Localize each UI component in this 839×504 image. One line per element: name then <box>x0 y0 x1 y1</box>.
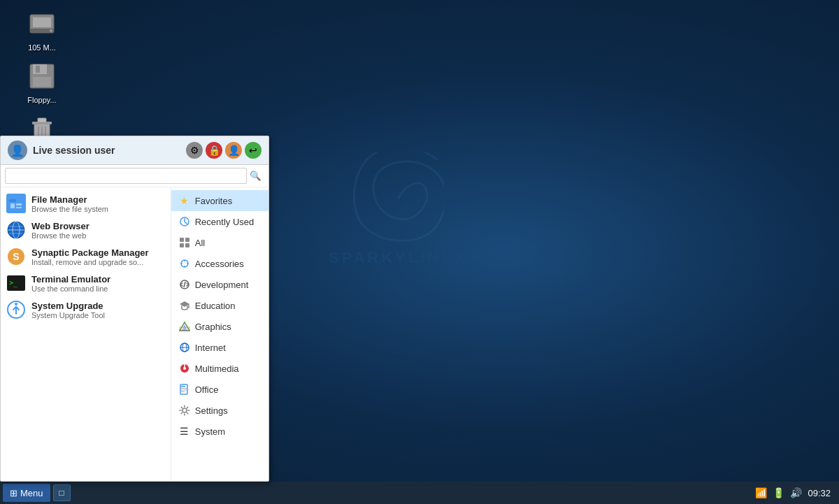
drive-label: 105 M... <box>28 43 56 52</box>
taskbar-window[interactable]: □ <box>53 484 71 501</box>
svg-rect-57 <box>181 391 185 392</box>
svg-rect-31 <box>180 238 184 242</box>
svg-rect-33 <box>180 243 184 247</box>
category-accessories[interactable]: Accessories <box>171 253 268 274</box>
upgrade-desc: System Upgrade Tool <box>31 311 105 319</box>
user-name-label: Live session user <box>33 145 180 156</box>
file-manager-desc: Browse the file system <box>31 205 108 213</box>
category-education[interactable]: Education <box>171 295 268 316</box>
app-item-upgrade[interactable]: System Upgrade System Upgrade Tool <box>1 296 171 323</box>
category-all[interactable]: All <box>171 232 268 253</box>
graphics-label: Graphics <box>195 322 231 332</box>
logout-button[interactable]: ↩ <box>245 142 261 159</box>
category-settings[interactable]: Settings <box>171 400 268 421</box>
volume-status-icon: 🔊 <box>790 487 802 498</box>
multimedia-label: Multimedia <box>195 363 239 374</box>
lock-button[interactable]: 🔒 <box>206 142 222 159</box>
svg-rect-17 <box>16 203 22 206</box>
sparky-logo-text: SPARKYLINUX <box>329 249 468 267</box>
web-browser-name: Web Browser <box>31 221 89 231</box>
svg-point-58 <box>182 408 187 412</box>
app-item-file-manager[interactable]: File Manager Browse the file system <box>1 190 171 217</box>
battery-status-icon: 🔋 <box>773 487 784 498</box>
svg-point-29 <box>15 303 17 305</box>
svg-point-36 <box>184 260 185 261</box>
header-actions: ⚙ 🔒 👤 ↩ <box>186 142 261 159</box>
accessories-label: Accessories <box>195 259 244 269</box>
web-browser-desc: Browse the web <box>31 231 89 240</box>
svg-line-41 <box>184 282 185 287</box>
window-icon: □ <box>59 488 64 498</box>
app-item-synaptic[interactable]: S Synaptic Package Manager Install, remo… <box>1 243 171 270</box>
sparky-logo: SPARKYLINUX <box>301 140 496 280</box>
desktop-icon-drive[interactable]: 105 M... <box>14 7 70 52</box>
category-multimedia[interactable]: Multimedia <box>171 358 268 379</box>
search-input[interactable] <box>5 168 247 184</box>
sparky-spiral-icon <box>353 152 444 243</box>
education-label: Education <box>195 301 236 311</box>
desktop: SPARKYLINUX 105 M... Floppy... <box>0 0 839 504</box>
upgrade-icon <box>6 300 26 319</box>
file-manager-name: File Manager <box>31 194 108 205</box>
svg-rect-6 <box>33 77 51 87</box>
internet-label: Internet <box>195 343 226 353</box>
user-switch-button[interactable]: 👤 <box>225 142 242 159</box>
svg-rect-16 <box>10 203 15 208</box>
floppy-icon <box>25 59 59 93</box>
menu-button[interactable]: ⊞ Menu <box>3 484 50 502</box>
search-button[interactable]: 🔍 <box>247 171 264 181</box>
all-icon <box>178 236 191 249</box>
svg-point-37 <box>184 266 185 267</box>
svg-rect-15 <box>9 199 16 202</box>
category-development[interactable]: Development <box>171 274 268 295</box>
taskbar: ⊞ Menu □ 📶 🔋 🔊 09:32 <box>0 482 839 504</box>
office-icon <box>178 383 191 396</box>
svg-text:S: S <box>13 251 19 262</box>
category-list: ★ Favorites Recently Used <box>171 187 268 481</box>
category-recently-used[interactable]: Recently Used <box>171 211 268 232</box>
wifi-status-icon: 📶 <box>755 487 767 498</box>
app-menu: 👤 Live session user ⚙ 🔒 👤 ↩ 🔍 <box>0 136 269 482</box>
recently-used-icon <box>178 215 191 228</box>
multimedia-icon <box>178 362 191 375</box>
file-manager-info: File Manager Browse the file system <box>31 194 108 213</box>
menu-header: 👤 Live session user ⚙ 🔒 👤 ↩ <box>1 136 268 165</box>
svg-point-39 <box>187 263 188 264</box>
desktop-icon-floppy[interactable]: Floppy... <box>14 59 70 104</box>
synaptic-icon: S <box>6 247 26 266</box>
app-item-web-browser[interactable]: Web Browser Browse the web <box>1 217 171 243</box>
category-favorites[interactable]: ★ Favorites <box>171 190 268 211</box>
category-system[interactable]: ☰ System <box>171 421 268 442</box>
system-label: System <box>195 426 225 437</box>
app-item-terminal[interactable]: >_ Terminal Emulator Use the command lin… <box>1 270 171 296</box>
web-browser-icon <box>6 220 26 240</box>
internet-icon <box>178 341 191 354</box>
synaptic-desc: Install, remove and upgrade so... <box>31 258 149 266</box>
taskbar-right: 📶 🔋 🔊 09:32 <box>755 487 836 498</box>
svg-rect-32 <box>185 238 189 242</box>
synaptic-name: Synaptic Package Manager <box>31 247 149 258</box>
category-internet[interactable]: Internet <box>171 337 268 358</box>
settings-label: Settings <box>195 405 228 416</box>
clock-display: 09:32 <box>808 488 831 498</box>
office-label: Office <box>195 384 219 395</box>
settings-cat-icon <box>178 404 191 417</box>
web-browser-info: Web Browser Browse the web <box>31 221 89 240</box>
svg-rect-10 <box>38 118 46 122</box>
svg-text:>_: >_ <box>9 279 18 287</box>
category-office[interactable]: Office <box>171 379 268 400</box>
svg-rect-7 <box>36 66 40 73</box>
education-icon <box>178 299 191 312</box>
svg-rect-55 <box>181 388 187 389</box>
upgrade-name: System Upgrade <box>31 301 105 311</box>
svg-rect-54 <box>181 386 185 387</box>
svg-rect-2 <box>33 17 51 27</box>
recently-used-label: Recently Used <box>195 217 254 227</box>
category-graphics[interactable]: Graphics <box>171 316 268 337</box>
menu-search-bar: 🔍 <box>1 165 268 187</box>
terminal-name: Terminal Emulator <box>31 274 110 285</box>
settings-button[interactable]: ⚙ <box>186 142 203 159</box>
graphics-icon <box>178 320 191 333</box>
svg-point-3 <box>50 29 52 32</box>
system-icon: ☰ <box>178 425 191 438</box>
